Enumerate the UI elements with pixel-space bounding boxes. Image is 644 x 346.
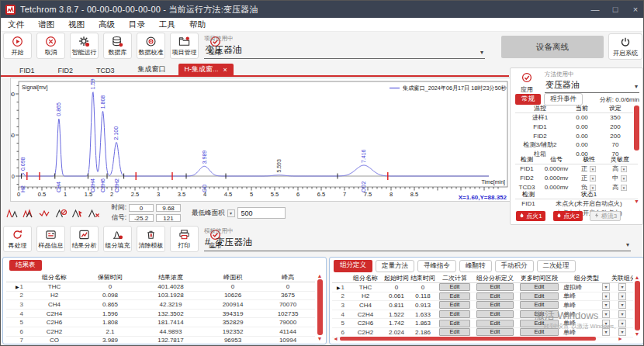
project-field[interactable]: 项目使用中 变压器油 ▾ — [204, 35, 485, 59]
menu-工具[interactable]: 工具 — [152, 19, 182, 30]
related-component-select[interactable]: ▾ — [611, 292, 633, 300]
edit-analysis-definition-button[interactable]: Edit — [476, 301, 514, 309]
bridge-current-button[interactable]: 桥流3 — [590, 211, 621, 221]
edit-analysis-definition-button[interactable]: Edit — [476, 292, 514, 300]
toolbar-button-play[interactable]: 开始 — [3, 33, 32, 59]
tool-peak-cursor-button[interactable] — [70, 205, 85, 222]
tab-峰翻转[interactable]: 峰翻转 — [459, 260, 492, 272]
scroll-down-icon[interactable]: ▼ — [317, 336, 323, 341]
chevron-down-icon[interactable]: ▾ — [602, 301, 610, 309]
related-component-select[interactable]: ▾ — [611, 310, 633, 318]
chevron-down-icon[interactable]: ▾ — [590, 175, 596, 182]
result-row[interactable]: 4C2H41.596132.3502394319102735 — [6, 310, 315, 319]
scroll-down-icon[interactable]: ▼ — [634, 199, 639, 204]
tool-two-peaks-button[interactable] — [5, 205, 20, 222]
edit-analysis-definition-button[interactable]: Edit — [476, 320, 514, 327]
result-row[interactable]: ▶1THC0401.402800 — [6, 282, 315, 292]
minimize-button[interactable]: — — [589, 5, 601, 14]
tab-二次处理[interactable]: 二次处理 — [537, 260, 576, 272]
scroll-thumb[interactable] — [340, 337, 596, 341]
device-tab-常规[interactable]: 常规 — [515, 94, 541, 105]
device-offline-button[interactable]: 设备离线 — [501, 36, 604, 58]
maximize-button[interactable]: □ — [609, 5, 621, 14]
chevron-down-icon[interactable]: ▾ — [590, 166, 596, 172]
scroll-left-icon[interactable]: ◄ — [333, 336, 338, 341]
chevron-down-icon[interactable]: ▾ — [602, 310, 610, 318]
component-type-select[interactable]: 单峰▾ — [562, 292, 611, 300]
chevron-down-icon[interactable]: ▾ — [227, 209, 235, 217]
toolbar-button-peak-fill[interactable]: 组分填充 — [103, 226, 132, 252]
tool-valley-button[interactable] — [37, 205, 53, 222]
tool-peak-x-button[interactable] — [86, 205, 102, 222]
tool-overlap-peaks-button[interactable] — [21, 205, 36, 222]
edit-time-range-button[interactable]: Edit — [520, 301, 558, 309]
chevron-down-icon[interactable]: ▾ — [480, 49, 483, 56]
signal-min-input[interactable] — [129, 214, 154, 222]
toolbar-button-trash[interactable]: 清除模板 — [137, 226, 165, 252]
toolbar-button-result-analysis[interactable]: 结果分析 — [70, 226, 99, 252]
edit-secondary-calc-button[interactable]: Edit — [439, 292, 471, 300]
signal-tab-FID2[interactable]: FID2 — [47, 66, 85, 75]
template-field[interactable]: 模板使用中 #_变压器油 ▾ — [204, 227, 631, 251]
toolbar-button-folder[interactable]: 项目管理 — [170, 33, 199, 59]
definition-row[interactable]: ▶1THC00EditEditEdit虚拟峰▾▾ — [332, 283, 633, 292]
results-vertical-scrollbar[interactable]: ▲ ▼ — [316, 273, 324, 341]
toolbar-button-cancel[interactable]: 取消 — [36, 33, 65, 59]
toolbar-button-print[interactable]: 打印 — [170, 226, 199, 252]
signal-tab-TCD3[interactable]: TCD3 — [85, 66, 126, 75]
scroll-right-icon[interactable]: ► — [618, 336, 623, 341]
toolbar-button-database[interactable]: 数据库 — [103, 33, 132, 59]
tab-寻峰指令[interactable]: 寻峰指令 — [417, 260, 456, 272]
menu-帮助[interactable]: 帮助 — [182, 19, 213, 30]
chevron-down-icon[interactable]: ▾ — [621, 166, 627, 172]
tab-组分定义[interactable]: 组分定义 — [334, 260, 372, 272]
edit-secondary-calc-button[interactable]: Edit — [439, 310, 471, 318]
scroll-thumb[interactable] — [635, 281, 640, 330]
close-button[interactable]: × — [629, 5, 642, 14]
chevron-down-icon[interactable]: ▾ — [621, 175, 627, 182]
toolbar-button-reprocess[interactable]: 再处理 — [3, 226, 32, 252]
method-apply-button[interactable]: 应用 — [515, 70, 538, 96]
chevron-down-icon[interactable]: ▾ — [602, 283, 610, 291]
menu-目录[interactable]: 目录 — [122, 19, 152, 30]
temp-table-scrollbar[interactable] — [632, 105, 640, 151]
menu-文件[interactable]: 文件 — [1, 19, 31, 30]
definition-row[interactable]: 2H20.0610.118EditEditEdit单峰▾▾ — [332, 292, 633, 302]
tab-手动积分[interactable]: 手动积分 — [495, 260, 534, 272]
toolbar-button-sample-info[interactable]: 样品信息 — [36, 226, 65, 252]
edit-analysis-definition-button[interactable]: Edit — [476, 283, 514, 291]
chromatogram-svg[interactable]: 05010000.511.522.533.544.555.566.577.588… — [11, 78, 512, 201]
ignite-1-button[interactable]: 点火1 — [516, 211, 545, 221]
result-row[interactable]: 2H20.098103.1928106263675 — [6, 292, 315, 301]
scroll-thumb[interactable] — [317, 279, 323, 335]
time-end-input[interactable] — [156, 204, 181, 212]
edit-secondary-calc-button[interactable]: Edit — [439, 320, 471, 327]
related-component-select[interactable]: ▾ — [611, 283, 633, 291]
edit-secondary-calc-button[interactable]: Edit — [439, 283, 471, 291]
signal-tab-active[interactable]: H-集成窗...× — [178, 64, 234, 75]
signal-tab-集成窗口[interactable]: 集成窗口 — [127, 64, 177, 75]
definition-vertical-scrollbar[interactable]: ▲ ▼ — [633, 275, 641, 337]
tab-results[interactable]: 结果表 — [9, 260, 42, 271]
scroll-thumb[interactable] — [634, 106, 639, 151]
close-icon[interactable]: × — [223, 66, 227, 74]
menu-高级[interactable]: 高级 — [92, 19, 122, 30]
tab-定量方法[interactable]: 定量方法 — [376, 260, 414, 272]
result-row[interactable]: 6C2H22.144.989319235241144 — [6, 327, 315, 337]
min-peak-area-input[interactable] — [237, 207, 286, 219]
chevron-down-icon[interactable]: ▾ — [626, 241, 629, 248]
time-start-input[interactable] — [129, 204, 154, 212]
scroll-up-icon[interactable]: ▲ — [317, 273, 323, 279]
scroll-down-icon[interactable]: ▼ — [635, 331, 640, 337]
toolbar-button-calibrate[interactable]: 数据校准 — [137, 33, 165, 59]
menu-视图[interactable]: 视图 — [61, 19, 92, 30]
chromatogram-panel[interactable]: 05010000.511.522.533.544.555.566.577.588… — [10, 78, 513, 202]
toolbar-button-gear[interactable]: 智能运行 — [70, 33, 99, 59]
edit-secondary-calc-button[interactable]: Edit — [439, 301, 471, 309]
definition-horizontal-scrollbar[interactable]: ◄ ► — [333, 335, 626, 342]
power-system-button[interactable]: 开启系统 — [608, 33, 642, 60]
component-type-select[interactable]: 虚拟峰▾ — [562, 283, 611, 292]
signal-max-input[interactable] — [156, 214, 181, 222]
result-row[interactable]: 5C2H61.808181.741435282979000 — [6, 318, 315, 327]
tool-peak-circle-button[interactable] — [54, 205, 69, 222]
